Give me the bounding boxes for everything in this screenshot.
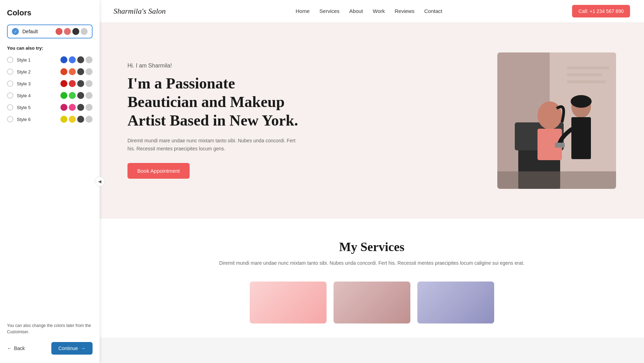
svg-point-7 [537,101,562,129]
s3-swatch-1 [60,80,67,87]
back-button[interactable]: ← Back [7,346,25,351]
service-card-2 [334,282,410,323]
svg-rect-13 [497,171,616,189]
style-5-swatches [60,104,93,111]
style-3-label: Style 3 [17,81,57,86]
s5-swatch-1 [60,104,67,111]
continue-arrow-icon: → [81,346,86,351]
s6-swatch-4 [86,116,93,123]
svg-rect-11 [571,117,591,159]
style-1-row[interactable]: Style 1 [7,55,93,65]
hero-image-svg [497,52,616,189]
continue-label: Continue [58,346,78,351]
s2-swatch-2 [69,68,76,75]
hero-greeting: Hi. I am Sharmila! [127,63,302,69]
nav-home[interactable]: Home [296,8,310,14]
site-navigation: Sharmila's Salon Home Services About Wor… [100,0,644,23]
selected-check-icon: ✓ [12,28,19,35]
svg-rect-4 [567,80,606,83]
services-section: My Services Diremit mundi mare undae nun… [100,219,644,337]
svg-rect-2 [567,66,609,69]
back-arrow-icon: ← [7,346,12,351]
s1-swatch-1 [60,56,67,63]
collapse-panel-button[interactable]: ◀ [95,177,104,186]
style-3-swatches [60,80,93,87]
services-description: Diremit mundi mare undae nunc mixtam tan… [127,259,616,268]
panel-title: Colors [7,8,93,17]
style-5-label: Style 5 [17,105,57,110]
style-4-radio[interactable] [7,92,13,99]
s4-swatch-1 [60,92,67,99]
style-6-swatches [60,116,93,123]
s3-swatch-3 [77,80,84,87]
style-3-radio[interactable] [7,80,13,87]
s3-swatch-4 [86,80,93,87]
s4-swatch-2 [69,92,76,99]
style-6-row[interactable]: Style 6 [7,114,93,124]
default-swatches [56,28,88,35]
style-list: Style 1 Style 2 Style 3 [7,55,93,315]
nav-about[interactable]: About [349,8,363,14]
nav-reviews[interactable]: Reviews [395,8,415,14]
nav-work[interactable]: Work [373,8,385,14]
s5-swatch-2 [69,104,76,111]
s5-swatch-3 [77,104,84,111]
style-3-row[interactable]: Style 3 [7,79,93,88]
book-appointment-button[interactable]: Book Appointment [127,163,190,179]
s6-swatch-3 [77,116,84,123]
back-label: Back [14,346,25,351]
style-6-radio[interactable] [7,116,13,122]
style-2-label: Style 2 [17,69,57,74]
nav-call-button[interactable]: Call: +1 234 567 890 [572,5,630,17]
footer-note: You can also change the colors later fro… [7,322,93,335]
color-panel: Colors ◀ ✓ Default You can also try: Sty… [0,0,100,363]
svg-rect-3 [567,73,602,76]
s4-swatch-4 [86,92,93,99]
nav-contact[interactable]: Contact [424,8,442,14]
default-style-option[interactable]: ✓ Default [7,24,93,38]
s1-swatch-2 [69,56,76,63]
s2-swatch-1 [60,68,67,75]
style-4-label: Style 4 [17,93,57,98]
hero-text-block: Hi. I am Sharmila! I'm a Passionate Beau… [127,63,302,179]
s6-swatch-2 [69,116,76,123]
site-logo: Sharmila's Salon [114,7,166,16]
hero-section: Hi. I am Sharmila! I'm a Passionate Beau… [100,23,644,219]
nav-services[interactable]: Services [320,8,340,14]
s6-swatch-1 [60,116,67,123]
continue-button[interactable]: Continue → [51,342,93,355]
s1-swatch-4 [86,56,93,63]
swatch-3 [72,28,79,35]
hero-image [497,52,616,189]
style-1-label: Style 1 [17,57,57,63]
s2-swatch-4 [86,68,93,75]
s4-swatch-3 [77,92,84,99]
style-5-radio[interactable] [7,104,13,111]
style-2-swatches [60,68,93,75]
style-4-row[interactable]: Style 4 [7,91,93,100]
style-5-row[interactable]: Style 5 [7,102,93,112]
s1-swatch-3 [77,56,84,63]
default-style-label: Default [22,29,52,34]
svg-rect-12 [555,143,565,148]
swatch-1 [56,28,63,35]
style-2-row[interactable]: Style 2 [7,67,93,77]
panel-bottom-nav: ← Back Continue → [7,342,93,355]
hero-description: Diremit mundi mare undae nunc mixtam tan… [127,137,302,152]
style-2-radio[interactable] [7,69,13,75]
style-1-radio[interactable] [7,57,13,63]
style-1-swatches [60,56,93,63]
services-cards [127,282,616,323]
service-card-3 [417,282,494,323]
s3-swatch-2 [69,80,76,87]
s2-swatch-3 [77,68,84,75]
service-card-1 [250,282,327,323]
svg-point-10 [571,95,592,108]
site-preview: Sharmila's Salon Home Services About Wor… [100,0,644,363]
swatch-2 [64,28,71,35]
try-label: You can also try: [7,45,93,51]
hero-title: I'm a Passionate Beautician and Makeup A… [127,74,302,130]
swatch-4 [81,28,88,35]
style-4-swatches [60,92,93,99]
nav-links: Home Services About Work Reviews Contact [296,8,442,14]
